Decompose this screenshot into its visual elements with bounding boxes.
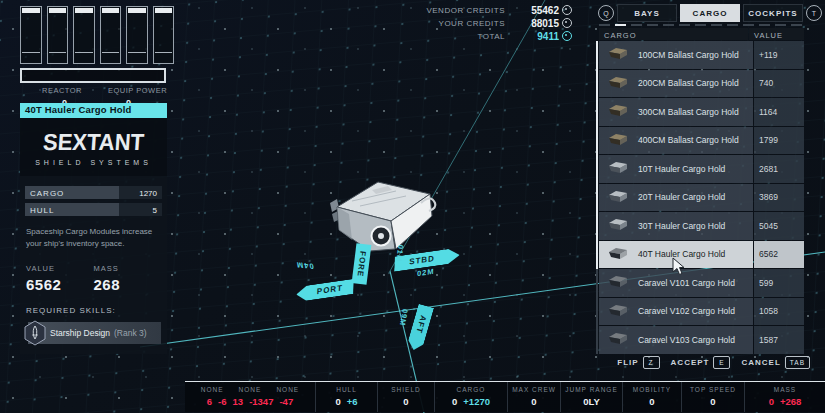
stat-value: 5 — [119, 203, 162, 216]
pagination-dash — [615, 24, 626, 26]
pagination-dash — [647, 24, 658, 26]
stat-column-none: NONENONENONE6-613-1347-47 — [185, 382, 315, 412]
part-value: 3869 — [759, 192, 778, 202]
stat-column-headers: JUMP RANGE — [565, 386, 618, 393]
power-meter-bar — [20, 68, 166, 83]
action-label: ACCEPT — [671, 358, 710, 367]
pagination-dash — [775, 24, 786, 26]
parts-list-row[interactable]: Caravel V101 Cargo Hold599 — [599, 269, 804, 297]
stat-value: +1270 — [463, 396, 490, 407]
parts-list-row[interactable]: 300CM Ballast Cargo Hold1164 — [599, 98, 804, 126]
part-thumbnail-icon — [607, 275, 629, 290]
tab-cargo[interactable]: CARGO — [680, 4, 740, 22]
category-pagination — [599, 24, 809, 26]
pagination-dash — [711, 24, 722, 26]
part-name: Caravel V102 Cargo Hold — [638, 306, 735, 316]
part-thumbnail-icon — [607, 332, 629, 347]
parts-list-row[interactable]: 200CM Ballast Cargo Hold740 — [599, 70, 804, 98]
stat-column-mobility: MOBILITY0 — [622, 382, 681, 412]
stat-column-jump-range: JUMP RANGE0LY — [560, 382, 622, 412]
action-cancel[interactable]: CANCELTAB — [741, 356, 810, 369]
action-label: FLIP — [617, 358, 638, 367]
prev-category-key[interactable]: Q — [598, 5, 614, 21]
stat-column-shield: SHIELD0 — [377, 382, 434, 412]
part-thumbnail-icon — [607, 161, 629, 176]
parts-list-row[interactable]: 20T Hauler Cargo Hold3869 — [599, 184, 804, 212]
list-scrollbar-thumb[interactable] — [596, 41, 598, 269]
part-name: 10T Hauler Cargo Hold — [638, 164, 725, 174]
part-value-cell: 599 — [754, 269, 804, 297]
list-header: CARGO VALUE — [599, 28, 804, 40]
credits-label: TOTAL — [477, 32, 505, 41]
pagination-dash — [631, 24, 642, 26]
credits-value: 9411 — [515, 31, 559, 42]
key-hint: Z — [643, 356, 660, 369]
part-name-cell: 30T Hauler Cargo Hold — [599, 212, 753, 240]
part-value: 1587 — [759, 335, 778, 345]
part-thumbnail-icon — [607, 190, 629, 205]
parts-list-row[interactable]: 100CM Ballast Cargo Hold+119 — [599, 41, 804, 69]
stat-value: 0 — [710, 396, 715, 407]
power-bar — [47, 6, 69, 64]
credits-icon — [562, 31, 572, 41]
parts-list-row[interactable]: Caravel V102 Cargo Hold1058 — [599, 298, 804, 326]
parts-list-row[interactable]: 30T Hauler Cargo Hold5045 — [599, 212, 804, 240]
parts-list: CARGO VALUE 100CM Ballast Cargo Hold+119… — [599, 28, 804, 355]
category-tabs: Q BAYSCARGOCOCKPITS T — [598, 4, 822, 22]
next-category-key[interactable]: T — [806, 5, 822, 21]
parts-list-row[interactable]: 10T Hauler Cargo Hold2681 — [599, 155, 804, 183]
part-name-cell: 200CM Ballast Cargo Hold — [599, 70, 753, 98]
value-amount: 6562 — [26, 276, 94, 293]
part-thumbnail-icon — [607, 218, 629, 233]
stat-header: HULL — [336, 386, 357, 393]
stat-column-max-crew: MAX CREW0 — [507, 382, 560, 412]
stat-column-values: 0 — [649, 396, 654, 407]
stat-column-headers: MASS — [774, 386, 796, 393]
action-hints: FLIPZACCEPTECANCELTAB — [598, 356, 810, 369]
skill-rank: (Rank 3) — [114, 328, 147, 338]
part-value-cell: 3869 — [754, 184, 804, 212]
parts-list-row[interactable]: Caravel V103 Cargo Hold1587 — [599, 326, 804, 354]
part-name: 20T Hauler Cargo Hold — [638, 192, 725, 202]
stat-value: 6 — [207, 396, 212, 407]
power-bar — [100, 6, 122, 64]
parts-list-row[interactable]: 400CM Ballast Cargo Hold1799 — [599, 127, 804, 155]
part-name: Caravel V103 Cargo Hold — [638, 335, 735, 345]
part-name: 200CM Ballast Cargo Hold — [638, 78, 739, 88]
credits-row: YOUR CREDITS88015 — [402, 17, 572, 29]
stat-value: +268 — [780, 396, 801, 407]
stat-column-headers: HULL — [336, 386, 357, 393]
action-accept[interactable]: ACCEPTE — [671, 356, 731, 369]
part-value-cell: 1587 — [754, 326, 804, 354]
part-name: Caravel V101 Cargo Hold — [638, 278, 735, 288]
parts-list-row[interactable]: 40T Hauler Cargo Hold6562 — [599, 241, 804, 269]
part-value: 6562 — [759, 249, 778, 259]
key-hint: E — [713, 356, 730, 369]
pagination-dash — [743, 24, 754, 26]
part-thumbnail-icon — [607, 47, 629, 62]
part-value: 1058 — [759, 306, 778, 316]
pagination-dash — [663, 24, 674, 26]
credits-row: VENDOR CREDITS55462 — [402, 4, 572, 16]
brand-name: SEXTANT — [23, 129, 164, 156]
stat-column-top-speed: TOP SPEED0 — [681, 382, 744, 412]
stat-column-headers: CARGO — [457, 386, 486, 393]
tab-cockpits[interactable]: COCKPITS — [743, 4, 803, 22]
mass-amount: 268 — [94, 276, 162, 293]
power-bar — [20, 6, 42, 64]
part-name-cell: 20T Hauler Cargo Hold — [599, 184, 753, 212]
key-hint: TAB — [785, 356, 810, 369]
tab-bays[interactable]: BAYS — [617, 4, 677, 22]
part-name: 300CM Ballast Cargo Hold — [638, 107, 739, 117]
pagination-dash — [791, 24, 802, 26]
action-flip[interactable]: FLIPZ — [617, 356, 659, 369]
skill-name: Starship Design — [50, 328, 110, 338]
stat-value: 0 — [531, 396, 536, 407]
stat-value: 13 — [233, 396, 244, 407]
stat-value: +6 — [347, 396, 358, 407]
mass-label: MASS — [94, 264, 162, 273]
stat-header: MAX CREW — [512, 386, 556, 393]
part-name-cell: 300CM Ballast Cargo Hold — [599, 98, 753, 126]
credits-rows: VENDOR CREDITS55462YOUR CREDITS88015TOTA… — [402, 4, 572, 43]
part-name-cell: 400CM Ballast Cargo Hold — [599, 127, 753, 155]
